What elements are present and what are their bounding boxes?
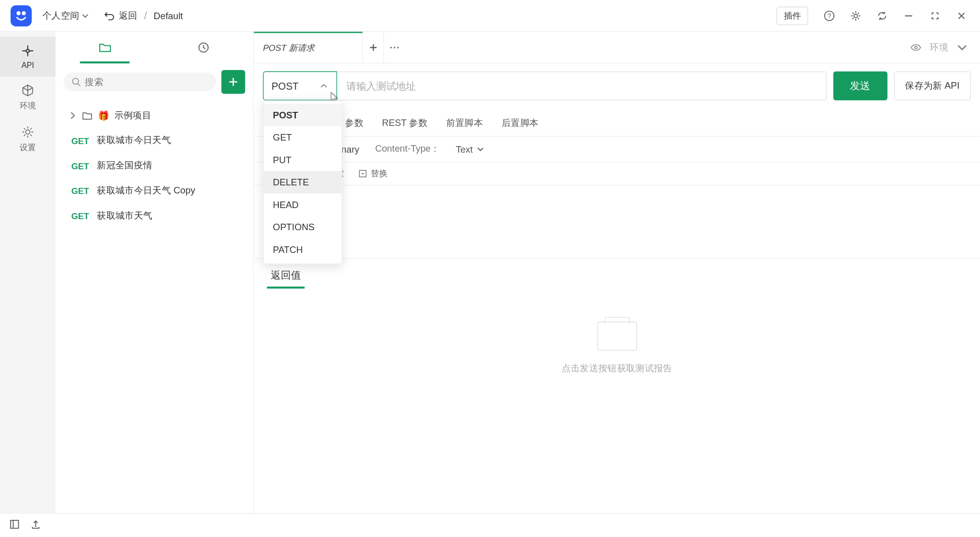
svg-line-10 — [78, 84, 81, 86]
empty-state: 点击发送按钮获取测试报告 — [254, 289, 980, 408]
request-subtabs: 请求体 Query 参数 REST 参数 前置脚本 后置脚本 — [254, 108, 980, 137]
api-name: 获取城市天气 — [97, 210, 152, 222]
replace-icon — [358, 169, 367, 178]
minimize-button[interactable] — [898, 5, 919, 26]
request-tabs: POST 新请求 ⋯ 环境 — [254, 32, 980, 63]
svg-text:?: ? — [827, 12, 831, 20]
environment-selector[interactable]: 环境 — [898, 32, 980, 63]
content-type-label: Content-Type： — [375, 143, 440, 155]
cube-icon — [21, 83, 35, 98]
workspace-label: 个人空间 — [42, 10, 79, 22]
method-badge: GET — [72, 136, 89, 146]
chevron-up-icon — [319, 81, 328, 90]
app-logo — [11, 5, 32, 26]
rail-settings[interactable]: 设置 — [0, 118, 55, 160]
eye-icon — [910, 41, 922, 53]
rail-env-label: 环境 — [20, 100, 35, 111]
new-tab-button[interactable] — [363, 32, 384, 63]
svg-point-9 — [73, 78, 79, 84]
chevron-down-icon — [477, 145, 485, 153]
send-button[interactable]: 发送 — [833, 72, 887, 101]
sidebar-tab-history[interactable] — [154, 32, 253, 63]
svg-point-11 — [914, 46, 917, 48]
gear-icon — [21, 125, 35, 140]
tree-folder[interactable]: 🎁 示例项目 — [55, 103, 253, 128]
url-input[interactable] — [337, 72, 827, 101]
url-row: POST 发送 保存为新 API POST GET PUT DELETE HEA… — [254, 63, 980, 108]
svg-rect-16 — [11, 520, 19, 528]
subtab-rest[interactable]: REST 参数 — [381, 111, 429, 136]
method-option-put[interactable]: PUT — [264, 149, 342, 171]
help-icon: ? — [823, 10, 835, 22]
breadcrumb-item[interactable]: Default — [154, 10, 183, 21]
panel-icon — [9, 519, 20, 529]
svg-point-4 — [854, 14, 858, 17]
help-button[interactable]: ? — [819, 5, 840, 26]
body-editor[interactable] — [254, 185, 980, 258]
method-option-options[interactable]: OPTIONS — [264, 216, 342, 239]
sidebar: 🎁 示例项目 GET获取城市今日天气 GET新冠全国疫情 GET获取城市今日天气… — [55, 32, 254, 513]
workspace-selector[interactable]: 个人空间 — [42, 10, 89, 22]
method-select[interactable]: POST — [263, 72, 337, 101]
plugin-button[interactable]: 插件 — [776, 6, 808, 25]
share-button[interactable] — [30, 519, 41, 532]
dots-icon: ⋯ — [389, 41, 400, 53]
tab-more-button[interactable]: ⋯ — [384, 32, 405, 63]
content-area: POST 新请求 ⋯ 环境 POST 发送 保存为新 API POST GET — [254, 32, 980, 513]
tree-item[interactable]: GET获取城市今日天气 — [55, 128, 253, 153]
method-option-delete[interactable]: DELETE — [264, 171, 342, 193]
maximize-button[interactable] — [925, 5, 946, 26]
method-dropdown: POST GET PUT DELETE HEAD OPTIONS PATCH — [263, 100, 342, 264]
svg-point-1 — [22, 11, 26, 15]
gift-icon: 🎁 — [98, 110, 109, 121]
method-option-post[interactable]: POST — [264, 104, 342, 126]
save-button[interactable]: 保存为新 API — [894, 72, 971, 101]
chevron-down-icon — [82, 12, 89, 19]
content-type-value: Text — [456, 144, 473, 155]
undo-icon — [104, 10, 115, 21]
tree-item[interactable]: GET新冠全国疫情 — [55, 153, 253, 178]
subtab-prescript[interactable]: 前置脚本 — [445, 111, 484, 136]
breadcrumb-separator: / — [144, 10, 147, 22]
api-name: 获取城市今日天气 Copy — [97, 185, 195, 197]
back-label: 返回 — [119, 10, 138, 22]
refresh-button[interactable] — [872, 5, 893, 26]
request-tab[interactable]: POST 新请求 — [254, 32, 362, 63]
gear-icon — [850, 10, 862, 22]
settings-button[interactable] — [845, 5, 867, 26]
tree-item[interactable]: GET获取城市天气 — [55, 204, 253, 229]
back-button[interactable]: 返回 — [104, 10, 138, 22]
empty-box-icon — [597, 321, 637, 351]
add-button[interactable] — [221, 70, 245, 94]
content-type-select[interactable]: Text — [456, 144, 484, 155]
env-label: 环境 — [930, 41, 948, 53]
response-tab[interactable]: 返回值 — [267, 263, 305, 289]
svg-point-0 — [17, 11, 21, 15]
rail-api-label: API — [21, 61, 34, 70]
method-option-patch[interactable]: PATCH — [264, 238, 342, 261]
folder-icon — [98, 41, 111, 54]
method-badge: GET — [72, 186, 89, 196]
method-option-head[interactable]: HEAD — [264, 193, 342, 216]
method-option-get[interactable]: GET — [264, 126, 342, 149]
chevron-down-icon — [956, 41, 968, 53]
close-button[interactable] — [951, 5, 972, 26]
rail-settings-label: 设置 — [20, 142, 35, 153]
sidebar-search-input[interactable] — [85, 77, 208, 87]
history-icon — [197, 41, 210, 54]
method-value: POST — [272, 80, 299, 91]
sidebar-tab-folder[interactable] — [55, 32, 154, 63]
replace-button[interactable]: 替换 — [358, 168, 388, 180]
svg-point-7 — [26, 130, 30, 134]
response-area: 返回值 点击发送按钮获取测试报告 — [254, 258, 980, 408]
subtab-postscript[interactable]: 后置脚本 — [500, 111, 540, 136]
panel-toggle-button[interactable] — [9, 519, 20, 532]
tree-item[interactable]: GET获取城市今日天气 Copy — [55, 178, 253, 204]
rail-env[interactable]: 环境 — [0, 77, 55, 118]
top-bar: 个人空间 返回 / Default 插件 ? — [0, 0, 980, 32]
rail-api[interactable]: API — [0, 37, 55, 77]
maximize-icon — [929, 10, 941, 22]
api-name: 获取城市今日天气 — [97, 135, 171, 147]
empty-text: 点击发送按钮获取测试报告 — [562, 363, 672, 375]
sidebar-search[interactable] — [64, 73, 216, 91]
